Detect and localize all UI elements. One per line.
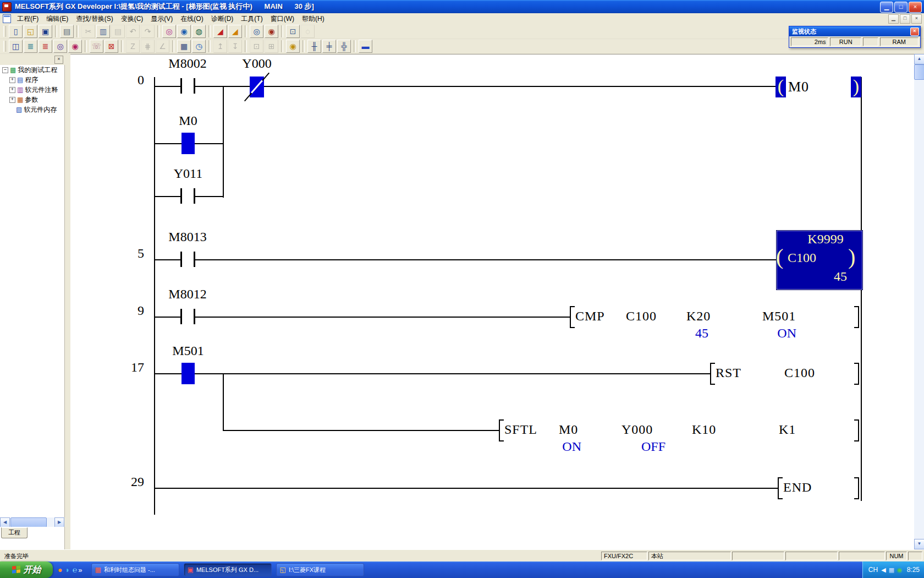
find-button[interactable]: ◎	[162, 25, 176, 38]
menu-item-6[interactable]: 诊断(D)	[207, 13, 238, 25]
find-coil-button[interactable]: ◉	[68, 40, 82, 53]
program-list-button[interactable]: ▦	[177, 40, 191, 53]
new-window-button[interactable]: ⊞	[265, 40, 278, 53]
device-test-button[interactable]: ╫	[307, 40, 321, 53]
project-panel-close-icon[interactable]: ×	[54, 56, 63, 64]
expand-box[interactable]: +	[9, 87, 15, 93]
toolbar-grip[interactable]	[3, 41, 6, 52]
statement-edit-button[interactable]: ⋕	[141, 40, 155, 53]
operand[interactable]: Y000	[622, 422, 653, 437]
operand[interactable]: C100	[626, 309, 657, 324]
remote-operation-button[interactable]: ☏	[90, 40, 103, 53]
ladder-insert-button[interactable]: ◢	[228, 25, 242, 38]
instruction-cmp[interactable]: CMP	[575, 309, 605, 324]
vscroll-thumb[interactable]	[914, 64, 924, 80]
task-hollysys[interactable]: ▦和利时组态问题 -...	[91, 563, 179, 576]
device-comment-button[interactable]: ≣	[24, 40, 37, 53]
operand[interactable]: K1	[779, 422, 796, 437]
ladder-monitor-button[interactable]: ◫	[9, 40, 23, 53]
no-contact-y011[interactable]	[180, 185, 195, 207]
no-contact-m8013[interactable]	[180, 248, 195, 270]
ladder-write-button[interactable]: ◢	[213, 25, 227, 38]
operand[interactable]: M0	[559, 422, 578, 437]
expand-box[interactable]: +	[9, 77, 15, 83]
find-contact-button[interactable]: ◎	[53, 40, 67, 53]
instruction-end[interactable]: END	[783, 480, 812, 495]
tab-project[interactable]: 工程	[1, 527, 28, 538]
contact-m501-energized[interactable]	[182, 363, 195, 384]
write-mode-button[interactable]: ↧	[228, 40, 242, 53]
mdi-child-icon[interactable]	[3, 14, 11, 23]
scroll-left-icon[interactable]: ◀	[0, 517, 10, 527]
new-file-button[interactable]: ▯	[9, 25, 23, 38]
instruction-rst[interactable]: RST	[716, 366, 741, 380]
open-file-button[interactable]: ◱	[24, 25, 37, 38]
tree-item-project-root[interactable]: − ▩ 我的测试工程	[0, 65, 64, 75]
operand[interactable]: C100	[784, 366, 815, 380]
zoom-out-button[interactable]: ◎	[250, 25, 263, 38]
ie-icon[interactable]: ℮	[73, 566, 77, 574]
entry-data-monitor-button[interactable]: ◷	[192, 40, 206, 53]
tray-shield-icon[interactable]: ◉	[897, 567, 903, 573]
menu-item-0[interactable]: 工程(F)	[13, 13, 42, 25]
menu-item-1[interactable]: 编辑(E)	[42, 13, 72, 25]
operand[interactable]: M501	[762, 309, 796, 324]
collapse-box[interactable]: −	[2, 67, 8, 73]
mdi-close-button[interactable]: ×	[911, 14, 922, 24]
find-replace-button[interactable]: ◉	[177, 25, 191, 38]
find-device-button[interactable]: ◍	[192, 25, 206, 38]
monitor-start-button[interactable]: ◉	[286, 40, 300, 53]
close-button[interactable]: ×	[909, 2, 922, 13]
language-indicator[interactable]: CH	[868, 566, 878, 574]
zoom-in-button[interactable]: ◉	[265, 25, 278, 38]
read-mode-button[interactable]: ↥	[213, 40, 227, 53]
mdi-minimize-button[interactable]: ▁	[888, 14, 899, 24]
hscroll-thumb[interactable]	[10, 517, 47, 527]
transfer-setup-button[interactable]: ⊠	[105, 40, 118, 53]
tray-arrow-icon[interactable]: ◀	[881, 567, 886, 573]
scroll-down-icon[interactable]: ▼	[914, 539, 924, 549]
program-display-button[interactable]: ▬	[359, 40, 372, 53]
print-button[interactable]: ▤	[60, 25, 74, 38]
operand[interactable]: K10	[692, 422, 716, 437]
contact-m0-energized[interactable]	[182, 133, 195, 154]
menu-item-3[interactable]: 变换(C)	[117, 13, 147, 25]
ladder-editor-canvas[interactable]	[70, 54, 914, 550]
monitor-close-icon[interactable]: ×	[910, 28, 919, 36]
no-contact-m8012[interactable]	[180, 306, 195, 328]
tree-item[interactable]: +▥软元件注释	[0, 85, 64, 95]
task-melsoft[interactable]: ▣MELSOFT系列 GX D...	[184, 563, 272, 576]
tree-item[interactable]: +▦参数	[0, 95, 64, 105]
menu-item-7[interactable]: 工具(T)	[237, 13, 266, 25]
tray-keyboard-icon[interactable]: ▦	[889, 567, 894, 573]
statement-button[interactable]: ≣	[38, 40, 52, 53]
maximize-button[interactable]: □	[894, 2, 908, 13]
expand-box[interactable]: +	[9, 97, 15, 103]
no-contact-m8002[interactable]	[180, 75, 195, 97]
tree-item[interactable]: ▧软元件内存	[0, 105, 64, 114]
start-button[interactable]: 开始	[0, 561, 53, 578]
tile-window-button[interactable]: ⊡	[250, 40, 263, 53]
menu-item-4[interactable]: 显示(V)	[147, 13, 177, 25]
copy-button[interactable]: ▥	[96, 25, 110, 38]
minimize-button[interactable]: ▁	[880, 2, 893, 13]
panel-splitter[interactable]	[65, 54, 70, 549]
menu-item-2[interactable]: 查找/替换(S)	[72, 13, 117, 25]
scroll-up-icon[interactable]: ▲	[914, 54, 924, 64]
paste-button[interactable]: ▤	[111, 25, 125, 38]
undo-button[interactable]: ↶	[126, 25, 140, 38]
note-edit-button[interactable]: ∠	[156, 40, 169, 53]
scroll-right-icon[interactable]: ▶	[54, 517, 64, 527]
mdi-restore-button[interactable]: □	[900, 14, 910, 24]
project-data-button[interactable]: ◌	[301, 25, 315, 38]
messenger-icon[interactable]: ◗	[65, 566, 69, 574]
menu-item-8[interactable]: 窗口(W)	[267, 13, 298, 25]
redo-button[interactable]: ↷	[141, 25, 155, 38]
operand[interactable]: K20	[686, 309, 711, 324]
skip-execution-button[interactable]: ╪	[322, 40, 336, 53]
cut-button[interactable]: ✂	[81, 25, 95, 38]
save-button[interactable]: ▣	[38, 25, 52, 38]
cascade-windows-button[interactable]: ⊡	[286, 25, 300, 38]
coil-open-energized[interactable]: (	[776, 77, 786, 97]
clock[interactable]: 8:25	[907, 566, 920, 574]
